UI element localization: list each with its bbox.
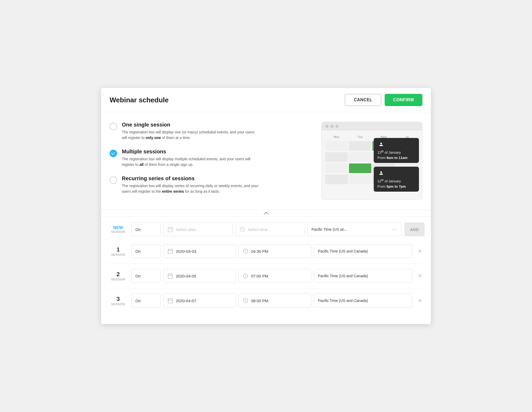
clock-icon (239, 226, 245, 232)
session-3-time: 08:00 PM (251, 299, 268, 303)
radio-multiple[interactable] (110, 150, 117, 157)
cal-cell-green (349, 163, 372, 173)
session-2-number: 2 (117, 271, 120, 278)
new-session-on-field[interactable]: On (131, 222, 161, 236)
tooltip-1-time: From 9am to 11am (377, 155, 415, 161)
titlebar-dot-3 (335, 125, 339, 128)
cal-cell (349, 141, 372, 151)
new-session-time-placeholder: Select time... (248, 227, 271, 232)
session-1-date-field[interactable]: 2020-04-03 (163, 244, 236, 258)
session-1-date: 2020-04-03 (176, 249, 196, 254)
header: Webinar schedule CANCEL CONFIRM (101, 88, 431, 112)
session-2-delete-button[interactable]: ✕ (415, 271, 425, 281)
webinar-schedule-modal: Webinar schedule CANCEL CONFIRM One sing… (101, 88, 431, 324)
titlebar-dot-2 (330, 125, 334, 128)
session-2-date: 2020-04-05 (176, 274, 196, 278)
session-1-time: 04:30 PM (251, 249, 268, 254)
session-1-time-field[interactable]: 04:30 PM (239, 244, 311, 258)
session-2-timezone: Pacific Time (US and Canada) (318, 274, 408, 278)
session-options: One single session The registration box … (110, 122, 311, 202)
calendar-icon-2 (167, 273, 173, 279)
session-3-on-field[interactable]: On (131, 294, 161, 308)
session-2-time-field[interactable]: 07:00 PM (239, 269, 311, 283)
session-row-3: 3 SESSION On 2020-04-07 (107, 292, 425, 313)
titlebar-dot-1 (325, 125, 329, 128)
day-tue: Tue (349, 134, 372, 140)
tooltip-2-icon (377, 169, 385, 177)
session-2-label: 2 SESSION (107, 267, 129, 284)
clock-icon-1 (243, 248, 248, 254)
cal-cell (325, 175, 348, 184)
confirm-button[interactable]: CONFIRM (385, 94, 422, 106)
cal-cell (325, 152, 348, 162)
new-session-label-new: NEW (113, 225, 123, 230)
session-3-on-value: On (135, 299, 141, 303)
new-session-row: NEW Session On Select date... (107, 221, 425, 238)
session-2-time: 07:00 PM (251, 274, 268, 278)
svg-rect-15 (168, 299, 173, 303)
calendar-tooltip-2: 12th of January From 5pm to 7pm (374, 167, 419, 192)
session-2-sub: SESSION (111, 278, 125, 281)
session-1-timezone: Pacific Time (US and Canada) (318, 249, 408, 253)
person-icon (379, 142, 383, 146)
chevron-up-icon (263, 212, 269, 215)
option-recurring-sessions[interactable]: Recurring series of sessions The registr… (110, 175, 311, 194)
cal-cell (349, 175, 372, 184)
new-session-dots-menu[interactable]: ··· (391, 227, 397, 232)
svg-rect-10 (168, 274, 173, 279)
session-row-1: 1 SESSION On 2020-04-03 (107, 243, 425, 264)
new-session-date-field[interactable]: Select date... (163, 222, 233, 236)
session-3-date-field[interactable]: 2020-04-07 (163, 294, 236, 308)
session-2-on-field[interactable]: On (131, 269, 161, 283)
session-2-date-field[interactable]: 2020-04-05 (163, 269, 236, 283)
add-session-button[interactable]: ADD (404, 222, 425, 236)
collapse-button[interactable] (101, 210, 431, 216)
session-3-number: 3 (117, 296, 120, 302)
session-3-timezone: Pacific Time (US and Canada) (318, 299, 408, 303)
session-1-on-field[interactable]: On (131, 244, 161, 258)
session-3-tz-field[interactable]: Pacific Time (US and Canada) (314, 294, 412, 308)
new-session-date-placeholder: Select date... (176, 227, 199, 232)
tooltip-1-date: 13th of January (377, 149, 415, 155)
day-mon: Mon (325, 134, 348, 140)
calendar-titlebar (322, 122, 422, 131)
radio-recurring[interactable] (110, 176, 117, 184)
session-1-delete-button[interactable]: ✕ (415, 246, 425, 256)
option-multiple-label: Multiple sessions (122, 149, 260, 155)
calendar-icon (167, 226, 173, 232)
clock-icon-2 (243, 273, 248, 279)
session-1-label: 1 SESSION (107, 243, 129, 260)
option-multiple-sessions[interactable]: Multiple sessions The registration box w… (110, 149, 311, 167)
new-session-tz-field[interactable]: Pacific Time (US an... ··· (307, 222, 401, 236)
session-2-on-value: On (135, 274, 141, 278)
cancel-button[interactable]: CANCEL (345, 94, 381, 106)
session-2-tz-field[interactable]: Pacific Time (US and Canada) (314, 269, 412, 283)
session-1-on-value: On (135, 249, 141, 254)
session-1-tz-field[interactable]: Pacific Time (US and Canada) (314, 244, 412, 258)
option-recurring-label: Recurring series of sessions (122, 175, 260, 182)
option-single-desc: The registration box will display one (o… (122, 129, 260, 141)
calendar-tooltip-1: 13th of January From 9am to 11am (374, 138, 419, 163)
person-icon-2 (379, 171, 383, 175)
new-session-time-field[interactable]: Select time... (235, 222, 305, 236)
session-3-time-field[interactable]: 08:00 PM (239, 294, 311, 308)
radio-single[interactable] (110, 123, 117, 130)
option-recurring-desc: The registration box will display series… (122, 183, 260, 194)
new-session-on-value: On (135, 227, 141, 232)
session-3-label: 3 SESSION (107, 292, 129, 309)
tooltip-2-time: From 5pm to 7pm (377, 184, 415, 189)
session-3-delete-button[interactable]: ✕ (415, 296, 425, 305)
new-session-timezone: Pacific Time (US an... (311, 227, 389, 232)
session-3-sub: SESSION (111, 302, 125, 306)
clock-icon-3 (243, 298, 248, 304)
cal-cell (325, 141, 348, 151)
option-single-session[interactable]: One single session The registration box … (110, 122, 311, 141)
session-1-sub: SESSION (111, 253, 125, 256)
session-1-number: 1 (117, 246, 120, 253)
calendar-icon-3 (167, 298, 173, 304)
session-3-date: 2020-04-07 (176, 299, 196, 303)
svg-rect-5 (168, 249, 173, 254)
option-multiple-desc: The registration box will display multip… (122, 156, 260, 167)
session-row-2: 2 SESSION On 2020-04-05 (107, 267, 425, 288)
option-single-label: One single session (122, 122, 260, 128)
